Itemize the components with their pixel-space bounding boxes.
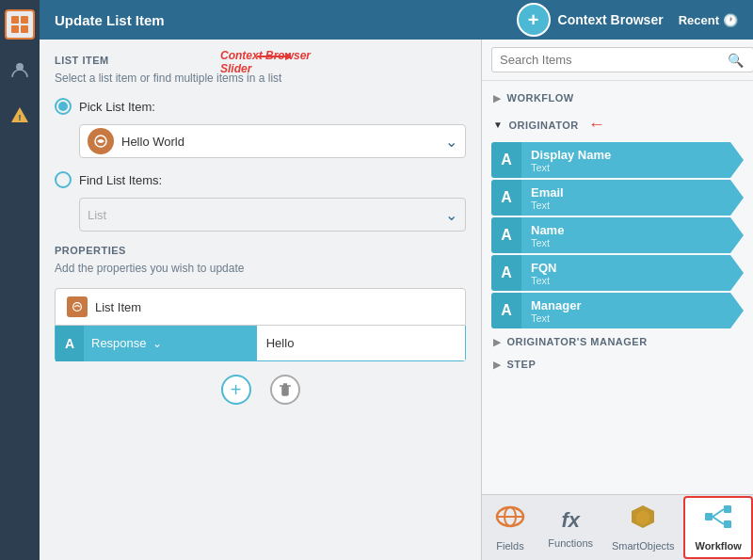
ctx-item-name[interactable]: A Name Text: [491, 217, 744, 253]
list-item-section-desc: Select a list item or find multiple item…: [55, 72, 466, 85]
main-content: Update List Item + Context Browser Recen…: [40, 0, 753, 560]
svg-rect-1: [21, 16, 28, 24]
ctx-type-email: Text: [531, 200, 721, 211]
ctx-arrow-fqn: [730, 255, 744, 291]
ctx-item-display-name[interactable]: A Display Name Text: [491, 142, 744, 178]
svg-rect-0: [11, 16, 19, 24]
ctx-item-manager[interactable]: A Manager Text: [491, 293, 744, 328]
ctx-arrow-display-name: [730, 142, 744, 178]
originator-arrow: ←: [588, 115, 606, 135]
prop-response-label: Response: [91, 336, 147, 350]
toolbar-functions[interactable]: fx Functions: [538, 502, 602, 554]
properties-desc: Add the properties you wish to update: [55, 262, 466, 275]
ctx-type-name: Text: [531, 237, 721, 248]
originator-section-header[interactable]: ▼ ORIGINATOR ←: [482, 109, 753, 140]
toolbar-smartobjects[interactable]: SmartObjects: [602, 498, 683, 557]
context-browser-slider-button[interactable]: +: [517, 3, 551, 37]
originator-section-label: ORIGINATOR: [508, 120, 578, 131]
bottom-toolbar: Fields fx Functions SmartObjects: [482, 494, 753, 560]
workflow-label: Workflow: [695, 540, 741, 552]
smartobjects-icon: [628, 504, 658, 536]
ctx-info-name: Name Text: [521, 217, 730, 253]
clock-icon: 🕐: [723, 13, 738, 27]
list-dropdown[interactable]: List ⌄: [79, 198, 466, 232]
find-list-label: Find List Items:: [79, 173, 162, 187]
svg-rect-3: [21, 25, 28, 33]
ctx-info-manager: Manager Text: [521, 293, 730, 328]
ctx-name-email: Email: [531, 185, 721, 200]
search-input[interactable]: [491, 47, 753, 72]
ctx-name-display-name: Display Name: [531, 148, 721, 162]
originator-triangle: ▼: [493, 120, 503, 130]
prop-value-input[interactable]: [257, 326, 465, 360]
ctx-arrow-manager: [730, 293, 744, 328]
ctx-badge-name: A: [491, 217, 521, 253]
header: Update List Item + Context Browser Recen…: [40, 0, 753, 40]
action-row: +: [55, 375, 466, 405]
hello-world-chevron: ⌄: [445, 133, 457, 151]
context-list: ▶ WORKFLOW ▼ ORIGINATOR ← A Display Name…: [482, 81, 753, 494]
step-label: STEP: [507, 359, 537, 370]
properties-title: PROPERTIES: [55, 245, 466, 256]
svg-text:!: !: [19, 113, 22, 122]
workflow-triangle: ▶: [493, 93, 502, 104]
context-browser-header-title: Context Browser: [558, 12, 664, 27]
list-item-header: List Item: [55, 288, 466, 326]
hello-world-dropdown[interactable]: Hello World ⌄: [79, 124, 466, 158]
workflow-section-header[interactable]: ▶ WORKFLOW: [482, 87, 753, 109]
svg-rect-2: [11, 25, 19, 33]
functions-label: Functions: [548, 537, 593, 549]
smartobjects-label: SmartObjects: [612, 540, 675, 552]
step-triangle: ▶: [493, 360, 502, 370]
ctx-type-fqn: Text: [531, 275, 721, 286]
ctx-item-fqn[interactable]: A FQN Text: [491, 255, 744, 291]
originators-manager-triangle: ▶: [493, 337, 502, 347]
svg-rect-17: [705, 513, 713, 520]
sidebar-icon-grid[interactable]: [5, 9, 35, 40]
pick-list-radio[interactable]: [55, 98, 72, 115]
prop-name-section[interactable]: Response ⌄: [84, 326, 257, 360]
panels: Context BrowserSlider LIST ITEM Select a…: [40, 40, 753, 560]
originators-manager-section-header[interactable]: ▶ ORIGINATOR'S MANAGER: [482, 330, 753, 353]
hello-world-icon: [88, 128, 114, 154]
ctx-info-email: Email Text: [521, 180, 730, 216]
toolbar-fields[interactable]: Fields: [482, 498, 538, 557]
step-section-header[interactable]: ▶ STEP: [482, 353, 753, 376]
header-title: Update List Item: [55, 12, 517, 28]
toolbar-workflow[interactable]: Workflow: [683, 496, 753, 559]
find-list-items-row[interactable]: Find List Items:: [55, 171, 466, 188]
add-property-button[interactable]: +: [221, 375, 251, 405]
workflow-icon: [703, 504, 733, 536]
delete-property-button[interactable]: [270, 375, 300, 405]
pick-list-item-row[interactable]: Pick List Item:: [55, 98, 466, 115]
sidebar-icon-users[interactable]: [5, 55, 35, 85]
left-panel: LIST ITEM Select a list item or find mul…: [40, 40, 482, 560]
ctx-item-email[interactable]: A Email Text: [491, 180, 744, 216]
ctx-badge-fqn: A: [491, 255, 521, 291]
list-item-label: List Item: [95, 300, 141, 314]
search-row: 🔍: [482, 40, 753, 81]
find-list-radio[interactable]: [55, 171, 72, 188]
right-panel: 🔍 ▶ WORKFLOW ▼ ORIGINATOR ← A: [482, 40, 753, 560]
list-item-section-title: LIST ITEM: [55, 55, 466, 66]
properties-section: PROPERTIES Add the properties you wish t…: [55, 245, 466, 361]
recent-button[interactable]: Recent 🕐: [679, 13, 738, 27]
ctx-badge-email: A: [491, 180, 521, 216]
svg-point-8: [73, 303, 82, 312]
prop-chevron: ⌄: [152, 337, 162, 350]
originators-manager-label: ORIGINATOR'S MANAGER: [507, 336, 648, 347]
property-row: A Response ⌄: [55, 326, 466, 361]
ctx-info-display-name: Display Name Text: [521, 142, 730, 178]
pick-list-label: Pick List Item:: [79, 100, 155, 114]
left-sidebar: !: [0, 0, 40, 560]
functions-icon: fx: [555, 507, 585, 534]
svg-rect-19: [724, 520, 731, 528]
ctx-name-manager: Manager: [531, 298, 721, 312]
ctx-arrow-email: [730, 180, 744, 216]
ctx-name-fqn: FQN: [531, 261, 721, 275]
sidebar-icon-warning[interactable]: !: [5, 100, 35, 130]
fields-label: Fields: [496, 540, 523, 552]
ctx-type-display-name: Text: [531, 162, 721, 173]
svg-line-20: [713, 509, 724, 517]
ctx-badge-display-name: A: [491, 142, 521, 178]
